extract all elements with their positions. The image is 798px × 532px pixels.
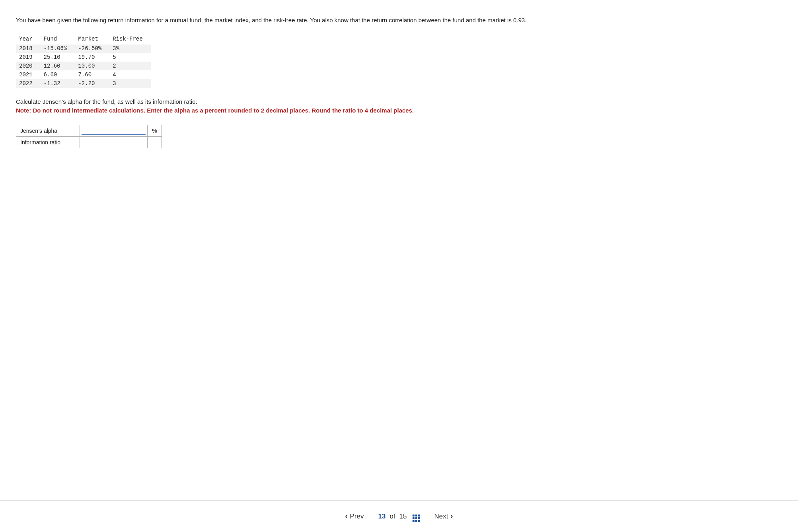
prev-label: Prev (350, 513, 364, 520)
jensens-alpha-input[interactable] (82, 126, 146, 135)
answer-unit-0: % (148, 125, 162, 136)
col-header-fund: Fund (41, 35, 75, 44)
table-cell-4-3: 3 (109, 79, 151, 88)
intro-paragraph: You have been given the following return… (16, 16, 581, 25)
table-cell-0-3: 3% (109, 44, 151, 53)
table-cell-2-1: 12.60 (41, 62, 75, 70)
bottom-navigation: ‹ Prev 13 of 15 Next › (0, 500, 798, 532)
table-cell-4-1: -1.32 (41, 79, 75, 88)
table-cell-1-1: 25.10 (41, 53, 75, 62)
prev-chevron-icon: ‹ (345, 512, 348, 520)
table-cell-3-3: 4 (109, 70, 151, 79)
table-cell-4-2: -2.20 (75, 79, 109, 88)
answer-input-cell-1 (80, 136, 148, 148)
table-cell-1-3: 5 (109, 53, 151, 62)
main-content: You have been given the following return… (0, 0, 597, 204)
current-page: 13 (378, 513, 385, 520)
next-label: Next (434, 513, 448, 520)
answer-label-0: Jensen’s alpha (16, 125, 80, 136)
table-cell-1-2: 19.70 (75, 53, 109, 62)
table-cell-3-1: 6.60 (41, 70, 75, 79)
table-cell-4-0: 2022 (16, 79, 41, 88)
table-cell-2-0: 2020 (16, 62, 41, 70)
table-cell-0-1: -15.06% (41, 44, 75, 53)
grid-icon (411, 511, 420, 522)
next-chevron-icon: › (450, 512, 453, 520)
table-cell-3-0: 2021 (16, 70, 41, 79)
answer-unit-empty-1 (148, 136, 162, 148)
instruction-note: Note: Do not round intermediate calculat… (16, 107, 414, 114)
information-ratio-input[interactable] (82, 138, 146, 146)
table-cell-2-3: 2 (109, 62, 151, 70)
table-cell-2-2: 10.00 (75, 62, 109, 70)
table-cell-0-0: 2018 (16, 44, 41, 53)
col-header-year: Year (16, 35, 41, 44)
answer-input-cell-0 (80, 125, 148, 136)
next-button[interactable]: Next › (428, 509, 459, 524)
return-data-table: Year Fund Market Risk-Free 2018-15.06%-2… (16, 35, 151, 88)
instruction-paragraph: Calculate Jensen’s alpha for the fund, a… (16, 97, 581, 115)
prev-button[interactable]: ‹ Prev (339, 509, 370, 524)
answer-table: Jensen’s alpha%Information ratio (16, 125, 162, 148)
page-indicator: 13 of 15 (378, 511, 420, 522)
table-cell-1-0: 2019 (16, 53, 41, 62)
table-cell-3-2: 7.60 (75, 70, 109, 79)
table-cell-0-2: -26.50% (75, 44, 109, 53)
col-header-market: Market (75, 35, 109, 44)
answer-label-1: Information ratio (16, 136, 80, 148)
total-pages: 15 (399, 513, 407, 520)
col-header-riskfree: Risk-Free (109, 35, 151, 44)
of-label: of (389, 513, 395, 520)
